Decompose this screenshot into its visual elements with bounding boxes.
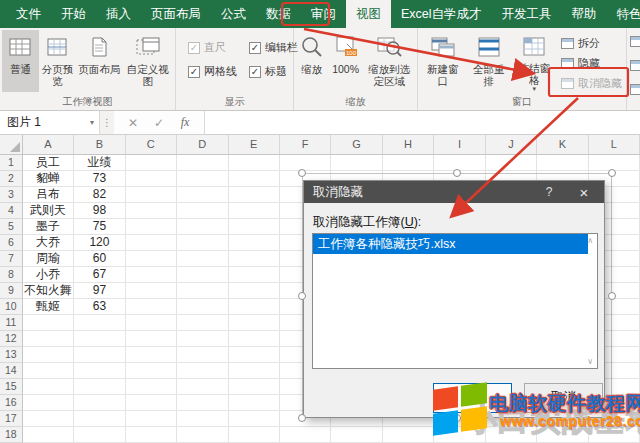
cell-D1[interactable]	[177, 155, 228, 171]
cell-E16[interactable]	[229, 395, 280, 411]
col-header-H[interactable]: H	[383, 135, 434, 154]
cell-D15[interactable]	[177, 379, 228, 395]
name-box[interactable]: 图片 1 ▾	[0, 111, 100, 134]
cancel-button[interactable]: 取消	[524, 383, 603, 413]
dialog-list-item[interactable]: 工作簿各种隐藏技巧.xlsx	[313, 234, 588, 254]
cell-E10[interactable]	[229, 299, 280, 315]
cell-C13[interactable]	[126, 347, 177, 363]
cell-F1[interactable]	[280, 155, 331, 171]
workbook-listbox[interactable]: ∧ ∨ 工作簿各种隐藏技巧.xlsx	[312, 233, 598, 369]
menu-tab-6[interactable]: 审阅	[301, 0, 346, 28]
cell-C18[interactable]	[126, 427, 177, 443]
col-header-K[interactable]: K	[537, 135, 588, 154]
custom-views-button[interactable]: 自定义视图	[123, 30, 174, 92]
selection-handle[interactable]	[453, 169, 461, 177]
menu-tab-4[interactable]: 公式	[211, 0, 256, 28]
cell-C17[interactable]	[126, 411, 177, 427]
selection-handle[interactable]	[298, 169, 306, 177]
row-header-11[interactable]: 11	[0, 315, 23, 331]
formula-bar-checkbox[interactable]: ✓ 编辑栏	[249, 40, 298, 55]
cell-E15[interactable]	[229, 379, 280, 395]
select-all-corner[interactable]	[0, 135, 23, 154]
cell-C4[interactable]	[126, 203, 177, 219]
cell-B4[interactable]: 98	[74, 203, 125, 219]
row-header-13[interactable]: 13	[0, 347, 23, 363]
cell-C16[interactable]	[126, 395, 177, 411]
cell-C14[interactable]	[126, 363, 177, 379]
cell-F18[interactable]	[280, 427, 331, 443]
menu-tab-7[interactable]: 视图	[346, 0, 391, 28]
cell-C15[interactable]	[126, 379, 177, 395]
cell-B12[interactable]	[74, 331, 125, 347]
dialog-title-bar[interactable]: 取消隐藏 ? ×	[304, 181, 604, 203]
cell-D12[interactable]	[177, 331, 228, 347]
cell-A15[interactable]	[23, 379, 74, 395]
cell-D16[interactable]	[177, 395, 228, 411]
cell-J1[interactable]	[486, 155, 537, 171]
selection-handle[interactable]	[608, 292, 616, 300]
cell-A9[interactable]: 不知火舞	[23, 283, 74, 299]
cell-B1[interactable]: 业绩	[74, 155, 125, 171]
ruler-checkbox[interactable]: ✓ 直尺	[188, 40, 237, 55]
menu-tab-11[interactable]: 特色功能	[607, 0, 640, 28]
cancel-entry-icon[interactable]: ✕	[120, 116, 146, 130]
col-header-D[interactable]: D	[177, 135, 228, 154]
headings-checkbox[interactable]: ✓ 标题	[249, 64, 298, 79]
cell-E8[interactable]	[229, 267, 280, 283]
cell-A11[interactable]	[23, 315, 74, 331]
cell-B18[interactable]	[74, 427, 125, 443]
cell-B2[interactable]: 73	[74, 171, 125, 187]
menu-tab-2[interactable]: 插入	[96, 0, 141, 28]
cell-E14[interactable]	[229, 363, 280, 379]
gridlines-checkbox[interactable]: ✓ 网格线	[188, 64, 237, 79]
cell-A10[interactable]: 甄姬	[23, 299, 74, 315]
cell-A12[interactable]	[23, 331, 74, 347]
menu-tab-3[interactable]: 页面布局	[141, 0, 211, 28]
menu-tab-9[interactable]: 开发工具	[492, 0, 562, 28]
cell-G1[interactable]	[331, 155, 382, 171]
col-header-L[interactable]: L	[589, 135, 640, 154]
row-header-2[interactable]: 2	[0, 171, 23, 187]
cell-B16[interactable]	[74, 395, 125, 411]
cell-D8[interactable]	[177, 267, 228, 283]
col-header-I[interactable]: I	[434, 135, 485, 154]
cell-C6[interactable]	[126, 235, 177, 251]
row-header-5[interactable]: 5	[0, 219, 23, 235]
col-header-G[interactable]: G	[331, 135, 382, 154]
cell-A5[interactable]: 墨子	[23, 219, 74, 235]
row-header-10[interactable]: 10	[0, 299, 23, 315]
page-break-preview-button[interactable]: 分页预览	[39, 30, 76, 92]
arrange-all-button[interactable]: 全部重排	[466, 30, 512, 92]
row-header-18[interactable]: 18	[0, 427, 23, 443]
cell-K1[interactable]	[537, 155, 588, 171]
cell-A18[interactable]	[23, 427, 74, 443]
cell-B13[interactable]	[74, 347, 125, 363]
cell-B10[interactable]: 63	[74, 299, 125, 315]
cell-C8[interactable]	[126, 267, 177, 283]
cell-C7[interactable]	[126, 251, 177, 267]
row-header-4[interactable]: 4	[0, 203, 23, 219]
cell-B9[interactable]: 97	[74, 283, 125, 299]
cell-E11[interactable]	[229, 315, 280, 331]
ok-button[interactable]	[433, 383, 512, 413]
row-header-16[interactable]: 16	[0, 395, 23, 411]
cell-A8[interactable]: 小乔	[23, 267, 74, 283]
zoom-to-selection-button[interactable]: 缩放到选定区域	[363, 30, 415, 92]
cell-B15[interactable]	[74, 379, 125, 395]
cell-A16[interactable]	[23, 395, 74, 411]
cell-D11[interactable]	[177, 315, 228, 331]
cell-C11[interactable]	[126, 315, 177, 331]
menu-tab-8[interactable]: Excel自学成才	[391, 0, 492, 28]
row-header-15[interactable]: 15	[0, 379, 23, 395]
cell-E4[interactable]	[229, 203, 280, 219]
selection-handle[interactable]	[298, 292, 306, 300]
normal-view-button[interactable]: 普通	[2, 30, 39, 92]
cell-D2[interactable]	[177, 171, 228, 187]
cell-D9[interactable]	[177, 283, 228, 299]
row-header-9[interactable]: 9	[0, 283, 23, 299]
cell-C9[interactable]	[126, 283, 177, 299]
dialog-close-icon[interactable]: ×	[566, 184, 602, 201]
menu-tab-5[interactable]: 数据	[256, 0, 301, 28]
cell-H1[interactable]	[383, 155, 434, 171]
cell-A4[interactable]: 武则天	[23, 203, 74, 219]
